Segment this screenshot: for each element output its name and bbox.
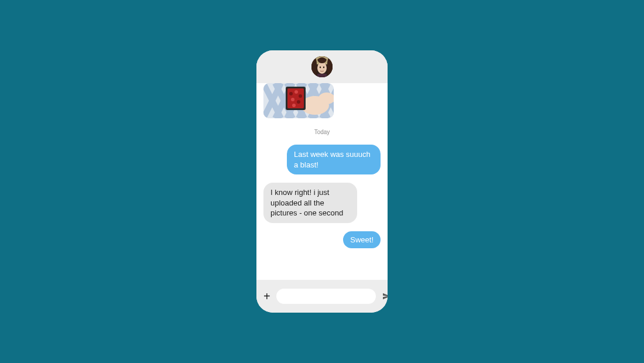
chat-header (256, 50, 388, 83)
svg-point-13 (299, 94, 302, 98)
thread-timestamp: Today (262, 129, 382, 135)
image-attachment[interactable] (263, 83, 334, 118)
svg-point-12 (294, 90, 298, 94)
attachment-thumbnail-icon (263, 83, 334, 118)
message-thread: Today Last week was suuuch a blast! I kn… (256, 83, 388, 280)
send-icon (382, 292, 388, 301)
svg-point-11 (289, 92, 293, 95)
svg-point-2 (317, 62, 327, 74)
message-composer: + (256, 280, 388, 313)
chat-phone-frame: Today Last week was suuuch a blast! I kn… (256, 50, 388, 313)
svg-point-14 (291, 98, 294, 101)
message-sent[interactable]: Sweet! (343, 231, 381, 249)
add-attachment-button[interactable]: + (263, 290, 270, 302)
svg-point-4 (323, 67, 324, 69)
message-input[interactable] (276, 289, 376, 304)
svg-rect-5 (317, 74, 327, 77)
message-sent[interactable]: Last week was suuuch a blast! (287, 145, 381, 174)
message-received[interactable]: I know right! i just uploaded all the pi… (263, 183, 357, 223)
contact-avatar[interactable] (311, 56, 333, 77)
svg-point-16 (292, 104, 296, 107)
avatar-icon (311, 56, 333, 77)
send-button[interactable] (382, 291, 388, 302)
svg-point-15 (297, 100, 300, 104)
svg-point-3 (320, 67, 321, 69)
